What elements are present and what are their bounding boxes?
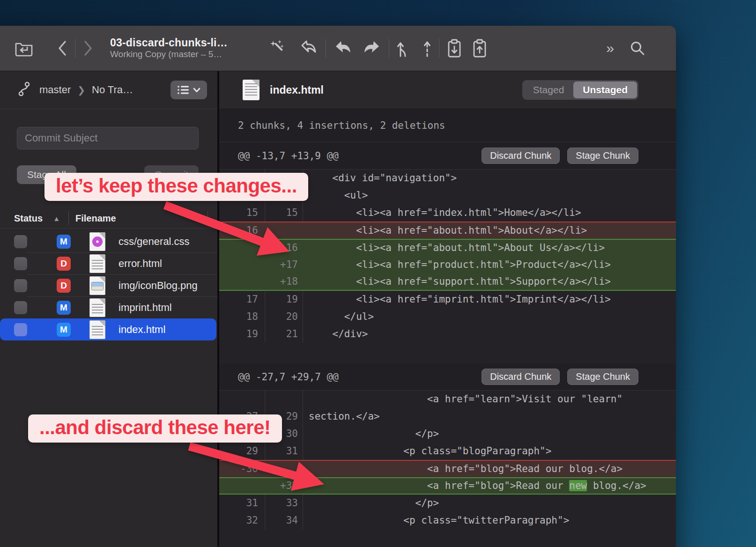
diff-line[interactable]: 15 15 <li><a href="index.html">Home</a><…: [219, 204, 676, 222]
diff-line[interactable]: -30 <a href="blog">Read our blog.</a>: [219, 460, 676, 477]
cherry-pick-icon[interactable]: [422, 38, 432, 58]
list-icon: [177, 85, 189, 95]
chunk-rows: 13 13 <div id="navigation"> 14 14 <ul> 1…: [219, 170, 676, 363]
diff-line[interactable]: +16 <li><a href="about.html">About Us</a…: [219, 239, 676, 256]
window-title-block: 03-discard-chunks-li… Working Copy (mast…: [110, 37, 251, 60]
pull-icon[interactable]: [333, 39, 353, 58]
chunk-range: @@ -27,7 +29,7 @@: [238, 371, 339, 383]
diff-line[interactable]: 29 31 <p class="blogParagraph">: [219, 443, 676, 460]
repo-switch-icon[interactable]: [14, 40, 34, 57]
file-row[interactable]: M imprint.html: [0, 296, 217, 318]
branch-name[interactable]: master: [39, 84, 71, 96]
file-icon: [89, 298, 105, 317]
file-icon: [89, 254, 105, 273]
file-name: index.html: [119, 324, 165, 336]
code-text: <ul>: [303, 187, 676, 204]
column-divider: [68, 211, 69, 225]
diff-line[interactable]: -16 <li><a href="about.html">About</a></…: [219, 222, 676, 239]
window-title: 03-discard-chunks-li…: [110, 37, 251, 49]
diff-line[interactable]: <a href="learn">Visit our "learn": [219, 391, 676, 408]
file-row[interactable]: D error.html: [0, 252, 217, 274]
diff-line[interactable]: +18 <li><a href="support.html">Support</…: [219, 274, 676, 291]
view-options-button[interactable]: [170, 81, 207, 99]
diff-line[interactable]: 28 30 </p>: [219, 425, 676, 443]
diff-line[interactable]: 32 34 <p class="twitterParagraph">: [219, 512, 676, 529]
back-button[interactable]: [56, 39, 68, 58]
diff-line[interactable]: 31 33 </p>: [219, 495, 676, 512]
file-table-header: Status ▲ Filename: [0, 208, 217, 229]
code-text: </div>: [303, 325, 676, 343]
file-row[interactable]: D img/iconBlog.png: [0, 274, 217, 296]
commit-button[interactable]: Commit: [144, 165, 199, 184]
new-line-number: 33: [265, 495, 303, 512]
push-icon[interactable]: [362, 39, 382, 58]
commit-subject-input[interactable]: [17, 127, 199, 149]
diff-line[interactable]: 19 21 </div>: [219, 325, 676, 343]
diff-line[interactable]: 13 13 <div id="navigation">: [219, 170, 676, 187]
status-column-header[interactable]: Status: [14, 213, 43, 224]
file-row[interactable]: M css/general.css: [0, 230, 217, 252]
branch-icon: [17, 81, 32, 99]
tab-staged[interactable]: Staged: [524, 81, 574, 98]
old-line-number: 18: [219, 308, 265, 325]
diff-line[interactable]: 17 19 <li><a href="imprint.html">Imprint…: [219, 291, 676, 308]
search-icon[interactable]: [629, 40, 646, 57]
code-text: <li><a href="product.html">Product</a></…: [303, 256, 676, 274]
more-tools-icon[interactable]: »: [606, 40, 613, 56]
old-line-number: 17: [219, 291, 265, 308]
new-line-number: 29: [265, 408, 303, 425]
stage-checkbox[interactable]: [14, 257, 27, 270]
quick-actions-icon[interactable]: [267, 39, 286, 58]
code-text: <div id="navigation">: [303, 170, 676, 187]
diff-file-header: index.html Staged Unstaged: [219, 71, 676, 109]
diff-line[interactable]: +17 <li><a href="product.html">Product</…: [219, 256, 676, 274]
code-text: <li><a href="support.html">Support</a></…: [303, 274, 676, 290]
stash-save-icon[interactable]: [446, 38, 463, 59]
discard-chunk-button[interactable]: Discard Chunk: [482, 148, 560, 164]
sidebar: master ❯ No Tra… Stage All Commit: [0, 71, 219, 547]
old-line-number: 29: [219, 443, 265, 460]
chevron-right-icon: ❯: [77, 84, 85, 96]
undo-icon[interactable]: [298, 39, 319, 58]
new-line-number: 19: [265, 291, 303, 308]
diff-line[interactable]: 14 14 <ul>: [219, 187, 676, 204]
new-line-number: [265, 391, 303, 408]
html-file-icon: [243, 80, 259, 100]
old-line-number: [219, 240, 265, 256]
diff-line[interactable]: 27 29 section.</a>: [219, 408, 676, 425]
stage-checkbox[interactable]: [14, 235, 27, 248]
status-badge: M: [57, 235, 71, 249]
branch-bar[interactable]: master ❯ No Tra…: [0, 71, 217, 109]
filename-column-header[interactable]: Filename: [75, 213, 116, 224]
new-line-number: 34: [265, 512, 303, 529]
chevron-down-icon: [193, 88, 200, 93]
diff-pane: index.html Staged Unstaged 2 chunks, 4 i…: [219, 71, 676, 547]
sort-ascending-icon[interactable]: ▲: [53, 214, 60, 222]
merge-icon[interactable]: [396, 38, 410, 58]
discard-chunk-button[interactable]: Discard Chunk: [482, 369, 560, 385]
stage-checkbox[interactable]: [14, 279, 27, 292]
file-name: imprint.html: [119, 302, 172, 314]
stage-checkbox[interactable]: [14, 301, 27, 314]
nav-divider: [75, 39, 75, 58]
diff-line[interactable]: +32 <a href="blog">Read our new blog.</a…: [219, 477, 676, 495]
stage-chunk-button[interactable]: Stage Chunk: [567, 148, 638, 164]
chunk-header: @@ -13,7 +13,9 @@ Discard Chunk Stage Ch…: [219, 142, 676, 170]
tab-unstaged[interactable]: Unstaged: [573, 81, 637, 98]
forward-button[interactable]: [82, 39, 94, 58]
stash-pop-icon[interactable]: [471, 38, 488, 59]
file-name: css/general.css: [119, 236, 190, 248]
new-line-number: 31: [265, 443, 303, 460]
diff-file-name: index.html: [270, 84, 324, 96]
stage-chunk-button[interactable]: Stage Chunk: [567, 369, 638, 385]
commit-area: Stage All Commit: [0, 109, 217, 184]
diff-line[interactable]: 18 20 </ul>: [219, 308, 676, 325]
tracking-branch[interactable]: No Tra…: [92, 84, 133, 96]
code-text: <p class="twitterParagraph">: [303, 512, 676, 529]
stage-all-button[interactable]: Stage All: [17, 165, 76, 184]
code-text: </p>: [303, 425, 676, 443]
new-line-number: 13: [265, 170, 303, 187]
file-row[interactable]: M index.html: [0, 318, 216, 340]
old-line-number: 15: [219, 204, 265, 222]
stage-checkbox[interactable]: [14, 323, 27, 336]
